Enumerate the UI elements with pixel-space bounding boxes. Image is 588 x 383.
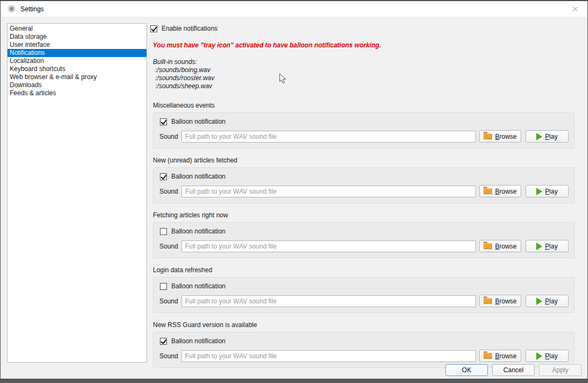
checkbox-icon[interactable]	[160, 173, 167, 180]
balloon-notification-label: Balloon notification	[171, 282, 226, 290]
sidebar-item-general[interactable]: General	[8, 25, 146, 33]
browse-button-label: Browse	[495, 243, 516, 250]
sound-row: Sound Browse Play	[159, 295, 569, 307]
sound-label: Sound	[159, 297, 178, 305]
folder-icon	[484, 298, 492, 304]
section-title: New (unread) articles fetched	[153, 157, 575, 164]
section-miscellaneous-events: Miscellaneous events Balloon notificatio…	[153, 102, 575, 148]
section-groupbox: Balloon notification Sound Browse Play	[153, 222, 575, 258]
balloon-notification-checkbox[interactable]: Balloon notification	[160, 337, 569, 345]
play-button[interactable]: Play	[526, 185, 569, 197]
folder-icon	[484, 188, 492, 194]
ok-button[interactable]: OK	[445, 364, 488, 376]
sidebar-item-web-browser-email-proxy[interactable]: Web browser & e-mail & proxy	[8, 73, 146, 81]
browse-button[interactable]: Browse	[479, 130, 521, 143]
sound-path-input[interactable]	[181, 240, 476, 252]
balloon-notification-checkbox[interactable]: Balloon notification	[160, 282, 569, 290]
folder-icon	[484, 353, 492, 359]
balloon-notification-label: Balloon notification	[171, 118, 226, 125]
play-button-label: Play	[545, 188, 557, 195]
settings-dialog: Settings × General Data storage User int…	[0, 0, 588, 379]
balloon-notification-label: Balloon notification	[171, 337, 226, 345]
play-button[interactable]: Play	[526, 130, 569, 143]
sound-label: Sound	[159, 243, 178, 250]
play-icon	[536, 243, 542, 250]
sidebar-item-user-interface[interactable]: User interface	[8, 41, 146, 49]
browse-button-label: Browse	[495, 352, 516, 360]
section-groupbox: Balloon notification Sound Browse Play	[153, 277, 575, 313]
play-button[interactable]: Play	[526, 240, 569, 252]
section-groupbox: Balloon notification Sound Browse Play	[153, 332, 575, 368]
section-new-articles-fetched: New (unread) articles fetched Balloon no…	[153, 157, 575, 203]
balloon-notification-label: Balloon notification	[171, 173, 226, 180]
sound-label: Sound	[159, 188, 178, 195]
play-icon	[536, 188, 542, 195]
sidebar-item-notifications[interactable]: Notifications	[8, 49, 146, 57]
section-title: Miscellaneous events	[153, 102, 575, 109]
sound-path-input[interactable]	[181, 131, 476, 143]
dialog-button-box: OK Cancel Apply	[445, 364, 582, 376]
sidebar-item-data-storage[interactable]: Data storage	[8, 33, 146, 41]
sound-row: Sound Browse Play	[159, 350, 569, 362]
apply-button[interactable]: Apply	[539, 364, 582, 376]
browse-button[interactable]: Browse	[479, 185, 521, 197]
browse-button[interactable]: Browse	[479, 295, 521, 307]
play-button-label: Play	[545, 133, 557, 140]
builtin-sounds-title: Built-in sounds:	[153, 58, 575, 66]
settings-category-list: General Data storage User interface Noti…	[7, 23, 147, 363]
sound-path-input[interactable]	[181, 186, 476, 197]
section-title: New RSS Guard version is available	[153, 321, 575, 329]
balloon-notification-checkbox[interactable]: Balloon notification	[160, 173, 569, 180]
sound-row: Sound Browse Play	[159, 240, 569, 252]
window-title: Settings	[20, 5, 44, 13]
browse-button-label: Browse	[495, 188, 516, 195]
play-button[interactable]: Play	[526, 350, 569, 362]
builtin-sound-file: :/sounds/rooster.wav	[153, 74, 575, 82]
builtin-sound-file: :/sounds/boing.wav	[153, 66, 575, 74]
notifications-settings-panel: Enable notifications You must have "tray…	[150, 17, 575, 376]
browse-button[interactable]: Browse	[479, 350, 521, 362]
folder-icon	[484, 133, 492, 139]
sound-row: Sound Browse Play	[159, 185, 569, 197]
checkbox-icon[interactable]	[160, 283, 167, 290]
checkbox-icon[interactable]	[160, 118, 167, 125]
notification-sections: Miscellaneous events Balloon notificatio…	[150, 102, 575, 368]
play-icon	[536, 297, 542, 305]
section-login-data-refreshed: Login data refreshed Balloon notificatio…	[153, 266, 575, 313]
balloon-notification-label: Balloon notification	[171, 228, 226, 235]
mouse-cursor	[279, 73, 286, 84]
settings-app-icon	[8, 5, 16, 13]
checkbox-icon[interactable]	[160, 228, 167, 235]
play-button-label: Play	[545, 243, 557, 250]
browse-button[interactable]: Browse	[479, 240, 521, 252]
checkbox-icon[interactable]	[150, 25, 157, 32]
enable-notifications-checkbox[interactable]: Enable notifications	[150, 25, 575, 32]
builtin-sounds-block: Built-in sounds: :/sounds/boing.wav :/so…	[153, 58, 575, 90]
sidebar-item-keyboard-shortcuts[interactable]: Keyboard shortcuts	[8, 65, 146, 73]
sidebar-item-feeds-articles[interactable]: Feeds & articles	[8, 89, 146, 97]
play-icon	[536, 133, 542, 140]
play-button[interactable]: Play	[526, 295, 569, 307]
balloon-notification-checkbox[interactable]: Balloon notification	[160, 228, 569, 235]
balloon-notification-checkbox[interactable]: Balloon notification	[160, 118, 569, 125]
sidebar-item-downloads[interactable]: Downloads	[8, 81, 146, 89]
play-button-label: Play	[545, 297, 557, 305]
cancel-button[interactable]: Cancel	[492, 364, 535, 376]
browse-button-label: Browse	[495, 133, 516, 140]
sound-path-input[interactable]	[181, 295, 476, 307]
section-title: Login data refreshed	[153, 266, 575, 274]
section-fetching-articles: Fetching articles right now Balloon noti…	[153, 211, 575, 258]
section-new-version-available: New RSS Guard version is available Ballo…	[153, 321, 575, 368]
play-button-label: Play	[545, 352, 557, 360]
section-title: Fetching articles right now	[153, 211, 575, 219]
checkbox-icon[interactable]	[160, 338, 167, 345]
sidebar-item-localization[interactable]: Localization	[8, 57, 146, 65]
sound-label: Sound	[159, 133, 178, 140]
sound-label: Sound	[159, 352, 178, 360]
sound-path-input[interactable]	[181, 350, 476, 362]
section-groupbox: Balloon notification Sound Browse Play	[153, 112, 575, 148]
builtin-sound-file: :/sounds/sheep.wav	[153, 82, 575, 90]
browse-button-label: Browse	[495, 297, 516, 305]
enable-notifications-label: Enable notifications	[162, 25, 218, 32]
close-icon[interactable]: ×	[569, 4, 582, 15]
